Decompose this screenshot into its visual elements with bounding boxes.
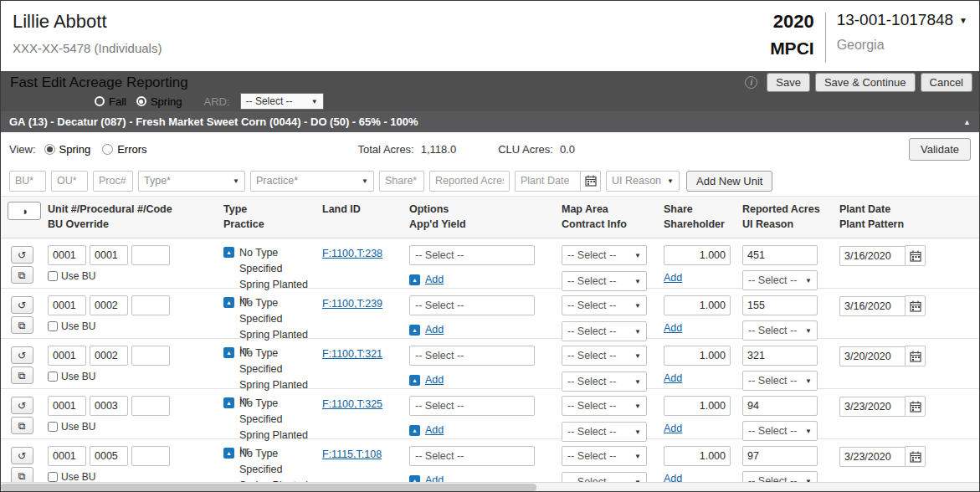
expand-type-icon[interactable]: ▲ bbox=[223, 448, 234, 459]
undo-button[interactable]: ↺ bbox=[11, 397, 33, 414]
plant-date-calendar-button[interactable] bbox=[905, 245, 926, 266]
view-errors-radio[interactable]: Errors bbox=[102, 143, 146, 156]
land-id-link[interactable]: F:1100,T:321 bbox=[322, 348, 382, 360]
share-input[interactable] bbox=[664, 295, 731, 315]
undo-button[interactable]: ↺ bbox=[11, 447, 33, 464]
new-unit-ou-input[interactable] bbox=[51, 171, 88, 192]
add-shareholder-link[interactable]: Add bbox=[664, 423, 682, 434]
land-id-link[interactable]: F:1115,T:108 bbox=[322, 448, 382, 460]
use-bu-checkbox-input[interactable] bbox=[48, 271, 58, 281]
unit-number-input[interactable] bbox=[48, 245, 86, 265]
plant-date-input[interactable] bbox=[839, 346, 905, 366]
land-id-link[interactable]: F:1100,T:239 bbox=[322, 298, 382, 310]
ui-reason-select[interactable]: -- Select -- ▼ bbox=[742, 371, 818, 391]
add-appd-yield-link[interactable]: Add bbox=[425, 374, 444, 386]
procedural-number-input[interactable] bbox=[90, 295, 128, 315]
expand-type-icon[interactable]: ▲ bbox=[223, 347, 234, 358]
share-input[interactable] bbox=[664, 446, 731, 466]
map-area-select[interactable]: -- Select -- ▼ bbox=[562, 245, 647, 265]
copy-button[interactable]: ⧉ bbox=[11, 417, 33, 434]
copy-button[interactable]: ⧉ bbox=[11, 316, 33, 334]
copy-button[interactable]: ⧉ bbox=[11, 366, 33, 384]
plant-date-calendar-button[interactable] bbox=[905, 346, 926, 366]
ui-reason-select[interactable]: -- Select -- ▼ bbox=[742, 421, 818, 441]
add-appd-yield-link[interactable]: Add bbox=[425, 274, 444, 285]
map-area-select[interactable]: -- Select -- ▼ bbox=[562, 446, 647, 466]
ard-select[interactable]: -- Select -- ▼ bbox=[240, 93, 324, 110]
code-input[interactable] bbox=[131, 295, 170, 315]
add-new-unit-button[interactable]: Add New Unit bbox=[686, 171, 772, 192]
use-bu-checkbox-input[interactable] bbox=[48, 422, 58, 432]
undo-button[interactable]: ↺ bbox=[11, 246, 33, 264]
add-shareholder-link[interactable]: Add bbox=[664, 272, 682, 284]
options-select[interactable]: -- Select -- bbox=[409, 446, 535, 466]
new-unit-proc-input[interactable] bbox=[93, 171, 133, 192]
contract-info-select[interactable]: -- Select -- ▼ bbox=[562, 271, 647, 291]
fall-radio[interactable]: Fall bbox=[95, 95, 126, 108]
reported-acres-input[interactable] bbox=[742, 295, 818, 315]
use-bu-checkbox-input[interactable] bbox=[48, 472, 58, 482]
reported-acres-input[interactable] bbox=[742, 446, 818, 466]
ui-reason-select[interactable]: -- Select -- ▼ bbox=[742, 270, 818, 290]
map-area-select[interactable]: -- Select -- ▼ bbox=[562, 396, 647, 416]
plant-date-calendar-button[interactable] bbox=[905, 295, 926, 316]
section-header[interactable]: GA (13) - Decatur (087) - Fresh Market S… bbox=[1, 111, 979, 132]
use-bu-checkbox-input[interactable] bbox=[48, 321, 58, 331]
undo-button[interactable]: ↺ bbox=[11, 346, 33, 364]
add-appd-yield-link[interactable]: Add bbox=[425, 424, 444, 436]
expand-appd-yield-icon[interactable]: ▲ bbox=[409, 325, 420, 336]
new-unit-bu-input[interactable] bbox=[9, 171, 46, 192]
new-unit-ui-reason-select[interactable]: UI Reason ▼ bbox=[606, 171, 680, 192]
validate-button[interactable]: Validate bbox=[909, 138, 971, 161]
code-input[interactable] bbox=[131, 346, 170, 366]
plant-date-input[interactable] bbox=[839, 397, 905, 417]
unit-number-input[interactable] bbox=[48, 396, 86, 416]
new-unit-share-input[interactable] bbox=[379, 171, 424, 192]
use-bu-checkbox[interactable]: Use BU bbox=[48, 371, 218, 382]
expand-type-icon[interactable]: ▲ bbox=[223, 247, 234, 258]
unit-number-input[interactable] bbox=[48, 346, 86, 366]
horizontal-scrollbar[interactable] bbox=[1, 482, 979, 491]
save-button[interactable]: Save bbox=[767, 73, 810, 92]
plant-date-input[interactable] bbox=[839, 296, 905, 316]
spring-radio[interactable]: Spring bbox=[136, 95, 182, 108]
procedural-number-input[interactable] bbox=[90, 346, 128, 366]
ui-reason-select[interactable]: -- Select -- ▼ bbox=[742, 320, 818, 341]
policy-number-dropdown[interactable]: 13-001-1017848 ▼ bbox=[837, 11, 967, 29]
land-id-link[interactable]: F:1100,T:238 bbox=[322, 248, 382, 259]
procedural-number-input[interactable] bbox=[90, 245, 128, 265]
use-bu-checkbox-input[interactable] bbox=[48, 372, 58, 382]
plant-date-calendar-button[interactable] bbox=[905, 396, 926, 417]
map-area-select[interactable]: -- Select -- ▼ bbox=[562, 346, 647, 366]
expand-appd-yield-icon[interactable]: ▲ bbox=[409, 274, 420, 285]
expand-appd-yield-icon[interactable]: ▲ bbox=[409, 425, 420, 436]
plant-date-input[interactable] bbox=[839, 447, 905, 467]
new-unit-practice-select[interactable]: Practice* ▼ bbox=[250, 171, 374, 192]
share-input[interactable] bbox=[664, 396, 731, 416]
procedural-number-input[interactable] bbox=[90, 396, 128, 416]
unit-number-input[interactable] bbox=[48, 295, 86, 315]
code-input[interactable] bbox=[131, 396, 170, 416]
new-unit-plant-date-input[interactable] bbox=[515, 171, 580, 192]
copy-button[interactable]: ⧉ bbox=[11, 266, 33, 284]
use-bu-checkbox[interactable]: Use BU bbox=[48, 320, 218, 332]
options-select[interactable]: -- Select -- bbox=[409, 346, 535, 366]
save-continue-button[interactable]: Save & Continue bbox=[815, 73, 916, 92]
reported-acres-input[interactable] bbox=[742, 245, 818, 265]
add-shareholder-link[interactable]: Add bbox=[664, 372, 682, 384]
view-spring-radio[interactable]: Spring bbox=[44, 143, 91, 156]
contract-info-select[interactable]: -- Select -- ▼ bbox=[562, 372, 647, 392]
reported-acres-input[interactable] bbox=[742, 346, 818, 366]
share-input[interactable] bbox=[664, 245, 731, 265]
new-unit-plant-date-calendar-button[interactable] bbox=[580, 171, 601, 192]
procedural-number-input[interactable] bbox=[90, 446, 128, 466]
reported-acres-input[interactable] bbox=[742, 396, 818, 416]
plant-date-calendar-button[interactable] bbox=[905, 446, 926, 467]
contract-info-select[interactable]: -- Select -- ▼ bbox=[562, 321, 647, 341]
options-select[interactable]: -- Select -- bbox=[409, 245, 535, 265]
expand-appd-yield-icon[interactable]: ▲ bbox=[409, 375, 420, 386]
land-id-link[interactable]: F:1100,T:325 bbox=[322, 398, 382, 410]
new-unit-reported-acres-input[interactable] bbox=[429, 171, 510, 192]
contract-info-select[interactable]: -- Select -- ▼ bbox=[562, 422, 647, 442]
options-select[interactable]: -- Select -- bbox=[409, 396, 535, 416]
